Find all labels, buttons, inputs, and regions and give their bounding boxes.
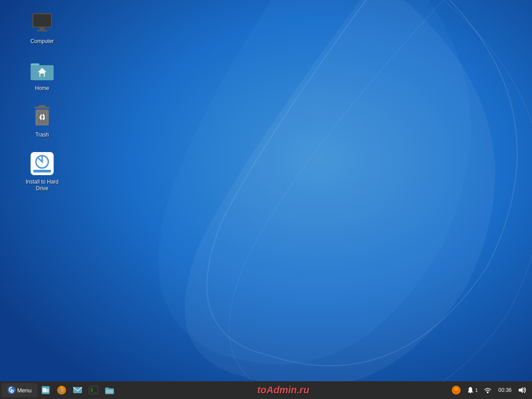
desktop: Computer Home xyxy=(0,0,532,399)
svg-rect-10 xyxy=(39,105,46,107)
svg-rect-4 xyxy=(37,30,47,31)
network-icon xyxy=(483,386,492,394)
terminal-icon: $_ xyxy=(89,385,98,395)
svg-marker-35 xyxy=(519,387,523,393)
filemanager-icon xyxy=(105,385,114,395)
home-icon-label: Home xyxy=(35,85,49,92)
files-icon xyxy=(41,386,50,395)
volume-tray-item[interactable] xyxy=(516,385,528,395)
updates-icon xyxy=(451,385,461,395)
svg-text:$_: $_ xyxy=(90,387,96,393)
computer-icon[interactable]: Computer xyxy=(22,9,62,47)
notifications-tray-item[interactable]: 1 xyxy=(465,385,480,395)
system-tray: 1 00:36 xyxy=(450,384,528,396)
files-button[interactable] xyxy=(38,383,53,397)
trash-icon[interactable]: ♻ Trash xyxy=(22,102,62,141)
terminal-button[interactable]: $_ xyxy=(86,383,101,397)
trash-icon-image: ♻ xyxy=(30,104,55,129)
menu-label: Menu xyxy=(17,387,32,394)
trash-icon-label: Trash xyxy=(35,132,49,139)
computer-icon-image xyxy=(30,11,55,35)
svg-point-34 xyxy=(487,391,489,393)
watermark-text: toAdmin.ru xyxy=(257,384,309,396)
svg-rect-30 xyxy=(106,390,113,393)
bell-icon xyxy=(466,386,474,394)
svg-rect-33 xyxy=(469,392,471,393)
firefox-button[interactable] xyxy=(54,383,69,397)
clock-tray-item[interactable]: 00:36 xyxy=(496,386,514,394)
svg-rect-3 xyxy=(39,27,45,30)
volume-icon xyxy=(518,386,527,394)
desktop-icons-container: Computer Home xyxy=(22,9,62,194)
clock-time: 00:36 xyxy=(498,387,512,393)
computer-icon-label: Computer xyxy=(31,38,54,45)
taskbar: Menu xyxy=(0,381,532,399)
firefox-icon xyxy=(57,385,66,395)
home-icon-image xyxy=(30,58,55,82)
updates-tray-item[interactable] xyxy=(450,384,463,396)
install-icon[interactable]: Install to Hard Drive xyxy=(22,149,62,194)
filemanager-button[interactable] xyxy=(102,383,117,397)
menu-button[interactable]: Menu xyxy=(2,383,37,397)
email-button[interactable] xyxy=(70,383,85,397)
svg-rect-22 xyxy=(45,389,49,392)
fedora-icon xyxy=(8,386,16,394)
install-icon-image xyxy=(30,151,55,176)
network-tray-item[interactable] xyxy=(481,385,494,395)
install-icon-label: Install to Hard Drive xyxy=(24,179,60,192)
svg-rect-8 xyxy=(40,74,44,77)
svg-rect-2 xyxy=(33,14,51,27)
svg-rect-18 xyxy=(33,170,51,172)
background-swoosh xyxy=(0,0,532,399)
taskbar-center: toAdmin.ru xyxy=(118,384,449,396)
notification-count: 1 xyxy=(475,387,478,393)
home-icon[interactable]: Home xyxy=(22,56,62,94)
email-icon xyxy=(73,385,82,395)
